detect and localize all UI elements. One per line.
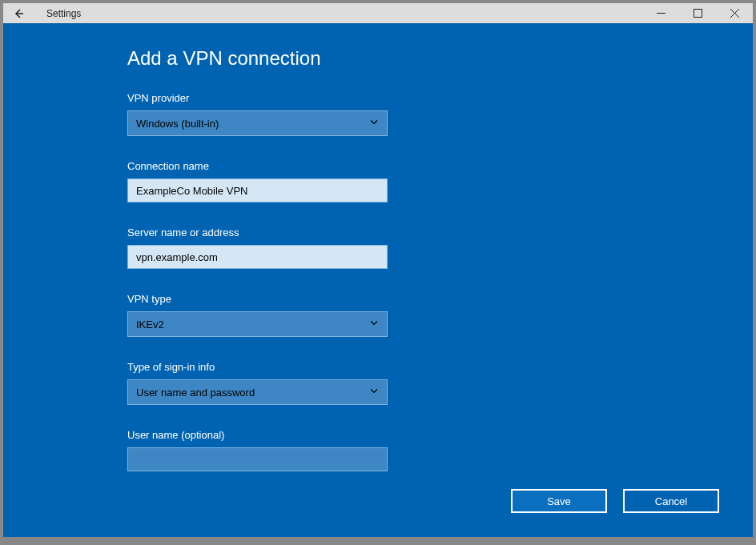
connection-name-input[interactable] [127,178,388,202]
close-button[interactable] [716,3,753,23]
chevron-down-icon [369,118,379,130]
chevron-down-icon [369,387,379,399]
username-label: User name (optional) [127,429,753,441]
maximize-button[interactable] [679,3,716,23]
signin-type-field: Type of sign-in info User name and passw… [127,361,753,405]
vpn-type-select[interactable]: IKEv2 [127,311,388,337]
titlebar: Settings [3,3,753,23]
server-address-field: Server name or address [127,226,753,269]
signin-type-select[interactable]: User name and password [127,379,388,405]
cancel-button[interactable]: Cancel [623,489,719,513]
page-title: Add a VPN connection [127,47,753,70]
close-icon [730,9,739,18]
username-input[interactable] [127,447,388,471]
vpn-provider-value: Windows (built-in) [136,118,219,130]
arrow-left-icon [13,8,24,19]
minimize-icon [657,9,666,18]
minimize-button[interactable] [642,3,679,23]
signin-type-value: User name and password [136,387,255,399]
window-title: Settings [46,8,81,19]
server-address-input[interactable] [127,245,388,269]
button-row: Save Cancel [511,489,719,513]
connection-name-label: Connection name [127,160,753,172]
main-panel: Add a VPN connection VPN provider Window… [3,23,753,537]
username-field: User name (optional) [127,429,753,471]
vpn-type-value: IKEv2 [136,319,164,331]
server-address-label: Server name or address [127,226,753,238]
chevron-down-icon [369,319,379,331]
maximize-icon [694,9,702,18]
vpn-provider-field: VPN provider Windows (built-in) [127,92,753,136]
svg-rect-0 [694,10,702,18]
vpn-provider-label: VPN provider [127,92,753,104]
vpn-provider-select[interactable]: Windows (built-in) [127,110,388,136]
vpn-type-field: VPN type IKEv2 [127,293,753,337]
vpn-type-label: VPN type [127,293,753,305]
connection-name-field: Connection name [127,160,753,202]
back-button[interactable] [10,8,27,19]
save-button[interactable]: Save [511,489,607,513]
signin-type-label: Type of sign-in info [127,361,753,373]
